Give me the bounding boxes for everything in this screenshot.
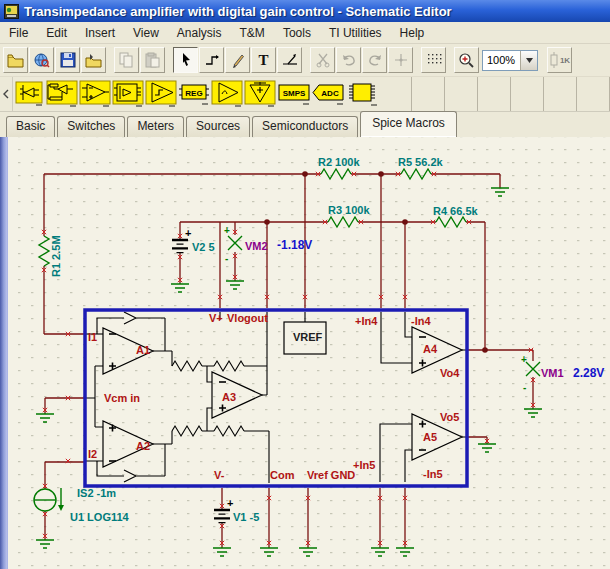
text-tool-button[interactable]: T <box>251 47 276 73</box>
delete-button[interactable] <box>310 47 335 73</box>
palette-buffer[interactable] <box>211 77 244 111</box>
v1-label[interactable]: V1 -5 <box>233 511 259 523</box>
probe-pen-button[interactable] <box>225 47 250 73</box>
switch-tool-button[interactable] <box>277 47 302 73</box>
schematic-canvas[interactable]: + + + - + - <box>0 137 610 569</box>
open-file-button[interactable] <box>3 47 28 73</box>
palette-scroll-left-button[interactable] <box>0 77 13 111</box>
palette-empty-cell <box>577 77 610 111</box>
tab-sources[interactable]: Sources <box>186 116 250 137</box>
is2-label[interactable]: IS2 -1m <box>77 487 116 499</box>
menu-insert[interactable]: Insert <box>76 24 124 42</box>
title-bar[interactable]: Transimpedance amplifier with digital ga… <box>0 0 610 22</box>
vm2-value[interactable]: -1.18V <box>277 238 312 252</box>
resistor-icon <box>549 52 559 68</box>
zoom-tool-button[interactable] <box>454 47 479 73</box>
svg-text:-: - <box>523 382 526 393</box>
menu-tools[interactable]: Tools <box>274 24 320 42</box>
r5-label[interactable]: R5 56.2k <box>398 156 444 168</box>
v2-label[interactable]: V2 5 <box>192 241 215 253</box>
amp-a4: A4 <box>423 343 438 355</box>
pin-vcm-in: Vcm in <box>104 392 140 404</box>
menu-analysis[interactable]: Analysis <box>168 24 231 42</box>
chevron-left-icon <box>3 89 9 99</box>
tab-basic[interactable]: Basic <box>6 116 55 137</box>
vm1-value[interactable]: 2.28V <box>573 366 604 380</box>
palette-opamp-symbol[interactable] <box>79 77 112 111</box>
vref-box-label: VREF <box>293 331 323 343</box>
menu-ti-utilities[interactable]: TI Utilities <box>320 24 391 42</box>
floppy-disk-icon <box>60 52 76 68</box>
component-palette: REG SMPS ADC <box>0 77 610 112</box>
tab-semiconductors[interactable]: Semiconductors <box>252 116 358 137</box>
menu-view[interactable]: View <box>124 24 168 42</box>
pin-in5-plus: +In5 <box>353 459 375 471</box>
toolbar-separator <box>414 47 421 73</box>
redo-button[interactable] <box>362 47 387 73</box>
palette-empty-cell <box>379 77 412 111</box>
r1-label[interactable]: R1 2.5M <box>50 235 62 277</box>
menu-edit[interactable]: Edit <box>37 24 76 42</box>
copy-button[interactable] <box>114 47 139 73</box>
palette-smps[interactable]: SMPS <box>277 77 311 111</box>
resistor-value-button[interactable]: 1K <box>547 47 572 73</box>
svg-text:+: + <box>185 227 191 239</box>
open-folder-icon <box>7 53 24 68</box>
resistor-icon-label: 1K <box>560 56 570 65</box>
r3-label[interactable]: R3 100k <box>328 204 370 216</box>
scissors-icon <box>315 52 331 68</box>
pin-i1: I1 <box>88 331 97 343</box>
magnifier-plus-icon <box>458 52 475 69</box>
component-tab-bar: Basic Switches Meters Sources Semiconduc… <box>0 112 610 137</box>
menu-tm[interactable]: T&M <box>231 24 274 42</box>
open-example-button[interactable] <box>29 47 54 73</box>
menu-bar: File Edit Insert View Analysis T&M Tools… <box>0 22 610 44</box>
tab-spice-macros[interactable]: Spice Macros <box>360 111 457 137</box>
amp-a1: A1 <box>136 344 150 356</box>
r4-label[interactable]: R4 66.5k <box>433 205 479 217</box>
u1-label[interactable]: U1 LOG114 <box>70 511 130 523</box>
tab-switches[interactable]: Switches <box>57 116 125 137</box>
r2-label[interactable]: R2 100k <box>318 156 360 168</box>
palette-empty-cell <box>445 77 478 111</box>
schematic-editor-window: Transimpedance amplifier with digital ga… <box>0 0 610 569</box>
menu-help[interactable]: Help <box>391 24 434 42</box>
palette-adc[interactable]: ADC <box>311 77 345 111</box>
pin-in5-minus: -In5 <box>423 468 443 480</box>
wire-tool-button[interactable] <box>199 47 224 73</box>
svg-text:+: + <box>521 354 527 365</box>
cursor-arrow-icon <box>179 52 193 68</box>
select-arrow-button[interactable] <box>173 47 198 73</box>
svg-text:-: - <box>225 253 228 264</box>
tab-meters[interactable]: Meters <box>127 116 184 137</box>
vm1-label[interactable]: VM1 <box>541 367 564 379</box>
zoom-level-combo[interactable]: 100% <box>482 50 538 71</box>
vm2-label[interactable]: VM2 <box>245 240 268 252</box>
export-file-button[interactable] <box>81 47 106 73</box>
palette-opamp-pins[interactable] <box>13 77 46 111</box>
palette-opamp-boxed[interactable] <box>112 77 145 111</box>
palette-vref[interactable] <box>244 77 277 111</box>
pin-vo5: Vo5 <box>440 411 459 423</box>
grid-toggle-button[interactable] <box>421 47 446 73</box>
schematic-drawing[interactable]: + + + - + - <box>0 137 610 569</box>
pin-i2: I2 <box>88 448 97 460</box>
window-title: Transimpedance amplifier with digital ga… <box>24 4 452 19</box>
save-button[interactable] <box>55 47 80 73</box>
junction-tool-button[interactable] <box>388 47 413 73</box>
paste-button[interactable] <box>140 47 165 73</box>
menu-file[interactable]: File <box>0 24 37 42</box>
palette-opamp-feedback[interactable] <box>46 77 79 111</box>
amp-a3: A3 <box>222 391 236 403</box>
zoom-dropdown-button[interactable] <box>520 51 537 70</box>
palette-comparator[interactable] <box>145 77 178 111</box>
pin-vlogout: Vlogout <box>227 312 268 324</box>
toolbar-separator <box>447 47 454 73</box>
switch-tool-icon <box>282 52 298 68</box>
palette-regulator[interactable]: REG <box>178 77 211 111</box>
junction-cross-icon <box>393 52 409 68</box>
undo-button[interactable] <box>336 47 361 73</box>
pin-in4-minus: -In4 <box>411 315 431 327</box>
palette-ic-chip[interactable] <box>345 77 379 111</box>
pin-vo4: Vo4 <box>440 367 460 379</box>
